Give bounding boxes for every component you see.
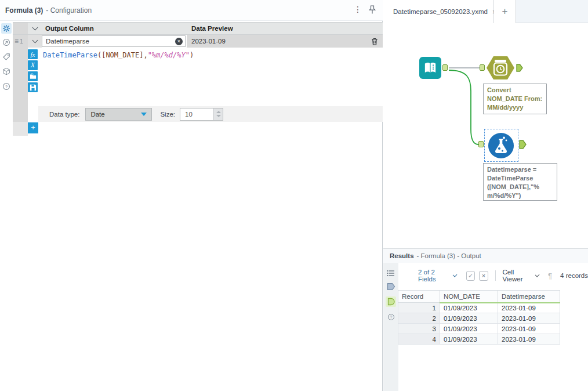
data-type-label: Data type: — [49, 111, 79, 118]
metadata-list-icon[interactable] — [386, 268, 396, 278]
svg-text:?: ? — [5, 84, 8, 89]
add-row-gutter — [13, 122, 28, 136]
cell-record: 3 — [398, 324, 440, 334]
cell-nom-date: 01/09/2023 — [440, 303, 498, 313]
help-icon[interactable]: ? — [1, 81, 12, 92]
size-label: Size: — [160, 111, 175, 118]
output-column-header: Output Column — [42, 22, 187, 35]
table-row[interactable]: 2 01/09/2023 2023-01-09 — [398, 313, 560, 324]
col-header-datetimeparse[interactable]: Datetimeparse — [498, 291, 560, 303]
expand-all-chevron[interactable] — [28, 22, 42, 35]
panel-menu-kebab-icon[interactable]: ⋮ — [353, 5, 363, 16]
size-stepper[interactable]: 10 — [180, 108, 223, 121]
col-header-nom-date[interactable]: NOM_DATE — [440, 291, 498, 303]
workflow-canvas[interactable]: Convert NOM_DATE From: MM/dd/yyyy Dateti… — [383, 23, 588, 248]
select-all-checkbox-icon[interactable]: ✓ — [466, 271, 475, 281]
cell-nom-date: 01/09/2023 — [440, 313, 498, 324]
add-expression-button[interactable]: + — [28, 122, 38, 133]
functions-fx-button[interactable]: fx — [28, 49, 38, 59]
cell-datetimeparse: 2023-01-09 — [498, 334, 560, 345]
data-type-select[interactable]: Date — [85, 108, 152, 121]
datetime-tool-output-anchor[interactable] — [516, 64, 523, 74]
formula-tool-input-anchor[interactable] — [478, 141, 484, 147]
editor-gutter — [13, 48, 28, 122]
variables-x-button[interactable]: X — [28, 60, 38, 70]
configuration-panel-header: Formula (3) - Configuration — [0, 0, 383, 21]
cell-record: 1 — [398, 303, 440, 313]
results-toolbar: 2 of 2 Fields ✓ × Cell Viewer ¶ 4 record… — [398, 263, 588, 288]
datetime-tool-input-anchor[interactable] — [480, 64, 485, 71]
data-type-bar: Data type: Date Size: 10 — [38, 106, 383, 122]
data-preview-value: 2023-01-09 — [187, 35, 366, 48]
formula-tool-selection-box[interactable] — [484, 129, 518, 162]
results-table[interactable]: Record NOM_DATE Datetimeparse 1 01/09/20… — [398, 290, 560, 345]
row-drag-handle[interactable]: ≡ 1 — [13, 35, 28, 48]
cell-datetimeparse: 2023-01-09 — [498, 324, 560, 334]
cell-datetimeparse: 2023-01-09 — [498, 313, 560, 324]
results-help-icon[interactable]: ? — [386, 312, 396, 322]
row-collapse-chevron[interactable] — [28, 35, 42, 48]
package-icon[interactable] — [1, 66, 12, 77]
input-tool-output-anchor[interactable] — [442, 64, 448, 71]
output-column-input[interactable]: Datetimeparse × — [42, 35, 186, 47]
actions-header-cell — [366, 22, 383, 35]
chevron-down-icon — [453, 272, 458, 277]
output-column-value: Datetimeparse — [46, 38, 89, 45]
alteryx-designer-window: Formula (3) - Configuration ⋮ ? Output C… — [0, 0, 588, 391]
workspace-right: Datetimeparse_05092023.yxmd × + — [383, 0, 588, 391]
toolbar-divider — [495, 270, 496, 281]
svg-text:?: ? — [390, 314, 392, 318]
cell-nom-date: 01/09/2023 — [440, 324, 498, 334]
save-expression-button[interactable] — [28, 82, 38, 92]
whitespace-pilcrow-icon[interactable]: ¶ — [548, 271, 552, 280]
data-type-value: Date — [90, 111, 104, 118]
formula-tool[interactable] — [488, 133, 514, 158]
workflow-tab-title: Datetimeparse_05092023.yxmd — [393, 8, 488, 15]
table-row[interactable]: 1 01/09/2023 2023-01-09 — [398, 303, 560, 313]
settings-gear-icon[interactable] — [1, 23, 12, 34]
input-anchor-icon[interactable] — [386, 281, 396, 292]
col-header-record[interactable]: Record — [398, 291, 440, 303]
results-panel: Results - Formula (3) - Output ? 2 of 2 … — [383, 249, 588, 391]
formula-tool-output-anchor[interactable] — [519, 140, 527, 151]
stepper-arrows[interactable] — [213, 108, 223, 120]
cell-nom-date: 01/09/2023 — [440, 334, 498, 345]
cell-record: 4 — [398, 334, 440, 345]
results-table-header-row: Record NOM_DATE Datetimeparse — [398, 291, 560, 303]
tag-icon[interactable] — [1, 52, 12, 62]
panel-subtitle: - Configuration — [46, 6, 92, 15]
delete-expression-trash-icon[interactable] — [366, 35, 383, 48]
cell-viewer-dropdown[interactable]: Cell Viewer — [503, 269, 539, 283]
cell-datetimeparse: 2023-01-09 — [498, 303, 560, 313]
row-number: 1 — [20, 38, 23, 45]
dropdown-arrow-icon — [141, 113, 147, 116]
deselect-all-icon[interactable]: × — [479, 271, 488, 281]
clear-field-icon[interactable]: × — [175, 38, 183, 45]
formula-expression-text[interactable]: DateTimeParse([NOM_DATE],"%m/%d/%Y") — [43, 51, 194, 59]
panel-title: Formula (3) — [5, 6, 43, 15]
data-preview-header: Data Preview — [187, 22, 366, 35]
record-count: 4 records — [560, 272, 588, 279]
grid-corner-cell — [13, 22, 28, 35]
size-value: 10 — [185, 111, 193, 118]
new-tab-button[interactable]: + — [494, 0, 516, 23]
fields-dropdown[interactable]: 2 of 2 Fields — [418, 269, 457, 283]
output-anchor-icon-selected[interactable] — [386, 296, 396, 307]
configuration-panel: Formula (3) - Configuration ⋮ ? Output C… — [0, 0, 383, 391]
input-data-tool[interactable] — [419, 57, 441, 79]
results-header: Results - Formula (3) - Output — [383, 249, 588, 263]
pin-icon[interactable] — [368, 5, 378, 16]
beaker-icon — [488, 133, 514, 158]
open-expression-folder-button[interactable] — [28, 71, 38, 81]
results-title: Results — [390, 252, 414, 259]
table-row[interactable]: 3 01/09/2023 2023-01-09 — [398, 324, 560, 334]
workflow-tab[interactable]: Datetimeparse_05092023.yxmd × — [383, 0, 494, 23]
datetime-tool[interactable] — [486, 56, 515, 82]
table-row[interactable]: 4 01/09/2023 2023-01-09 — [398, 334, 560, 345]
datetime-tool-annotation[interactable]: Convert NOM_DATE From: MM/dd/yyyy — [483, 84, 547, 114]
workflow-tab-bar: Datetimeparse_05092023.yxmd × + — [383, 0, 588, 23]
results-subtitle: - Formula (3) - Output — [417, 252, 481, 259]
formula-tool-annotation[interactable]: Datetimeparse = DateTimeParse ([NOM_DATE… — [483, 163, 557, 201]
run-workflow-icon[interactable] — [1, 37, 12, 48]
chevron-down-icon — [535, 272, 539, 277]
